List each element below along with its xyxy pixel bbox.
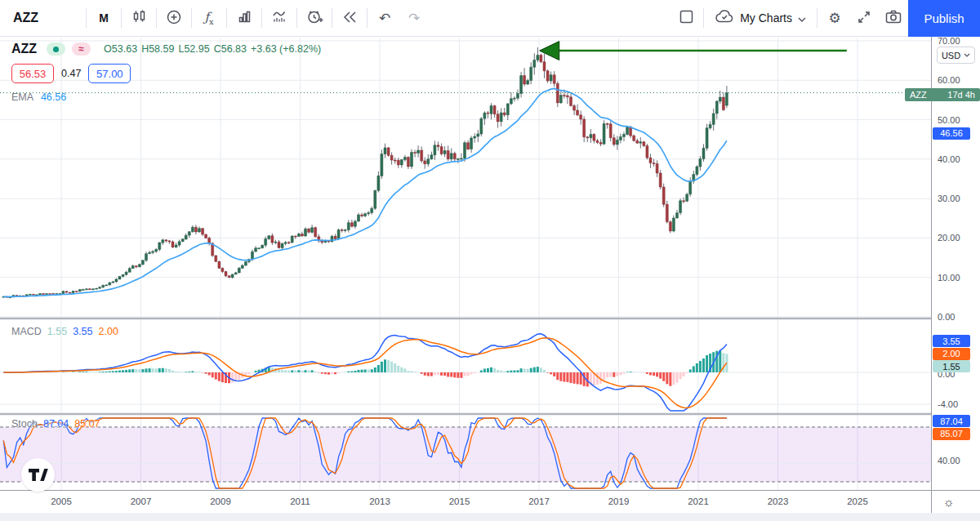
change-label: +3.63 (+6.82%) [251, 43, 321, 55]
tradingview-logo-icon [29, 469, 48, 481]
macd-legend[interactable]: MACD 1.55 3.55 2.00 [11, 326, 118, 337]
year-tick-label: 2021 [688, 497, 709, 506]
alert-button[interactable] [300, 2, 329, 33]
price-tick-label: 70.00 [938, 36, 960, 46]
market-status-icon[interactable] [47, 42, 65, 56]
redo-button[interactable]: ↷ [399, 2, 429, 33]
camera-icon [885, 10, 902, 26]
macd-signal-badge: 2.00 [933, 348, 970, 360]
macd-axis-label: -4.00 [938, 399, 958, 409]
plus-circle-icon [166, 9, 182, 28]
open-label: O53.63 [104, 43, 137, 55]
price-tick-label: 30.00 [938, 194, 960, 203]
year-tick-label: 2009 [210, 497, 231, 506]
year-tick-label: 2015 [449, 497, 470, 506]
window-footer-strip [0, 513, 980, 521]
currency-label: USD [942, 51, 960, 60]
layout-button[interactable] [671, 2, 701, 33]
close-label: C56.83 [214, 43, 247, 55]
time-axis[interactable]: 2005200720092011201320152017201920212023… [0, 490, 931, 513]
settings-button[interactable]: ⚙ [820, 2, 849, 33]
layout-square-icon [679, 9, 694, 27]
tradingview-app: AZZ M ƒx ↶ ↷ [0, 0, 980, 521]
chevron-down-icon [964, 53, 970, 57]
price-tick-label: 60.00 [938, 75, 960, 85]
price-tick-label: 40.00 [938, 154, 960, 164]
axis-settings-corner[interactable]: ☼ [931, 490, 980, 513]
toolbar-divider [817, 8, 817, 28]
fullscreen-button[interactable] [849, 2, 879, 33]
legend-symbol[interactable]: AZZ [11, 42, 37, 56]
toolbar-right-group: My Charts ⚙ Publish [671, 0, 980, 37]
axis-settings-icon: ☼ [943, 495, 955, 509]
toolbar-divider [226, 8, 227, 28]
year-tick-label: 2019 [608, 497, 630, 506]
compare-button[interactable] [159, 2, 189, 33]
my-charts-label: My Charts [740, 11, 792, 24]
fast-rewind-icon [341, 11, 358, 26]
publish-button[interactable]: Publish [908, 0, 980, 37]
bar-chart-icon [237, 9, 252, 27]
toolbar-divider [156, 8, 157, 28]
top-toolbar: AZZ M ƒx ↶ ↷ [0, 0, 980, 37]
ema-label: EMA [11, 91, 33, 103]
approximation-icon[interactable]: ≈ [72, 42, 91, 56]
ema-legend[interactable]: EMA 46.56 [11, 91, 321, 103]
fullscreen-icon [857, 10, 871, 27]
undo-button[interactable]: ↶ [370, 2, 399, 33]
stoch-label: Stoch [11, 418, 38, 430]
macd-signal-value: 2.00 [99, 326, 118, 337]
tradingview-logo[interactable] [21, 458, 55, 492]
year-tick-label: 2013 [369, 497, 390, 506]
macd-line-badge: 3.55 [933, 335, 970, 347]
gear-icon: ⚙ [828, 11, 840, 25]
my-charts-menu[interactable]: My Charts [706, 2, 814, 33]
toolbar-divider [703, 8, 704, 28]
fx-icon: ƒx [204, 10, 213, 26]
macd-label: MACD [11, 326, 42, 337]
stoch-axis-label: 40.00 [938, 456, 960, 465]
year-tick-label: 2025 [847, 497, 868, 506]
high-label: H58.59 [141, 43, 174, 55]
toolbar-divider [261, 8, 262, 28]
macd-hist-value: 1.55 [47, 326, 67, 337]
toolbar-divider [296, 8, 297, 28]
ema-value: 46.56 [41, 91, 66, 103]
replay-button[interactable] [335, 2, 364, 33]
financials-button[interactable] [229, 2, 259, 33]
low-label: L52.95 [178, 43, 209, 55]
undo-icon: ↶ [379, 11, 390, 25]
toolbar-divider [121, 8, 122, 28]
countdown-time: 17d 4h [947, 90, 975, 100]
indicators-button[interactable]: ƒx [194, 2, 224, 33]
toolbar-divider [332, 8, 332, 28]
status-dot-icon [53, 47, 59, 52]
chart-style-button[interactable] [124, 2, 154, 33]
price-tick-label: 10.00 [938, 273, 960, 283]
redo-icon: ↷ [408, 11, 420, 25]
cloud-check-icon [715, 10, 734, 26]
price-tick-label: 20.00 [938, 233, 960, 243]
interval-button[interactable]: M [89, 2, 118, 33]
indicator-template-icon [271, 9, 288, 27]
sell-button[interactable]: 56.53 [11, 64, 54, 83]
price-axis[interactable]: USD 0.0010.0020.0030.0040.0050.0060.0070… [931, 37, 980, 490]
year-tick-label: 2023 [768, 497, 789, 506]
templates-button[interactable] [265, 2, 294, 33]
buy-button[interactable]: 57.00 [88, 64, 131, 83]
currency-selector[interactable]: USD [937, 47, 975, 64]
chart-canvas[interactable] [0, 37, 931, 513]
stoch-legend[interactable]: Stoch 87.04 85.07 [11, 418, 100, 430]
macd-hist-badge: 1.55 [933, 360, 970, 372]
toolbar-divider [367, 8, 368, 28]
toolbar-divider [191, 8, 192, 28]
stoch-k-value: 87.04 [43, 418, 69, 430]
symbol-search-button[interactable]: AZZ [13, 11, 83, 25]
price-tick-label: 0.00 [938, 312, 955, 322]
snapshot-button[interactable] [879, 2, 908, 33]
toolbar-divider [86, 8, 87, 28]
stoch-d-badge: 85.07 [933, 428, 970, 440]
alert-clock-plus-icon [306, 9, 323, 28]
main-pane-legend: AZZ ≈ O53.63 H58.59 L52.95 C56.83 +3.63 … [11, 42, 321, 103]
price-tick-label: 50.00 [938, 115, 960, 125]
